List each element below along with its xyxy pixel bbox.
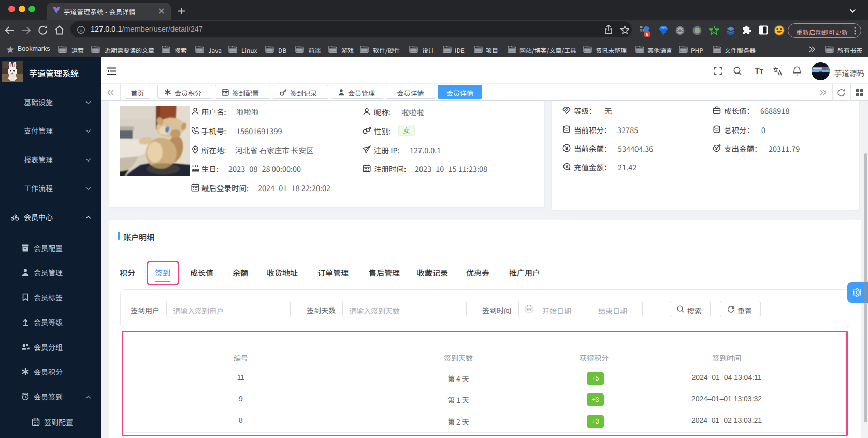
svg-text:6: 6 (646, 32, 648, 37)
